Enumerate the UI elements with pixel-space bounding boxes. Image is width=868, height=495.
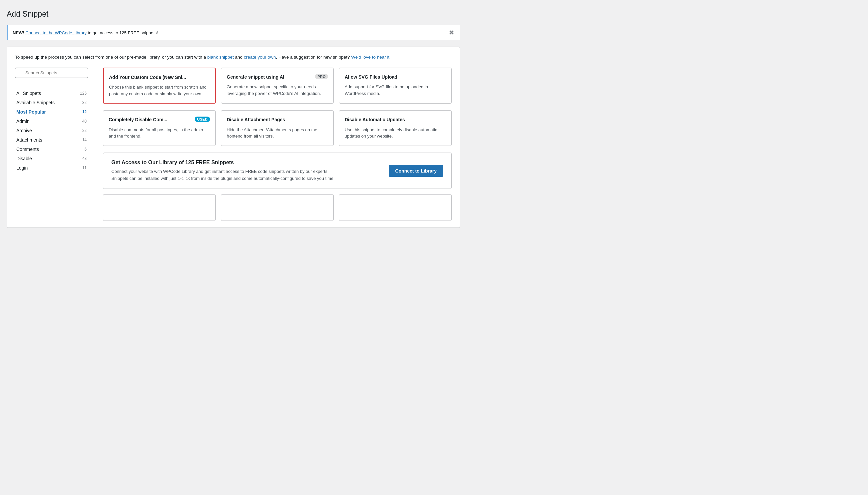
sidebar-item-label: Most Popular xyxy=(16,109,46,115)
notice-bar: NEW! Connect to the WPCode Library to ge… xyxy=(7,25,460,40)
snippet-card-header: Allow SVG Files Upload xyxy=(345,74,446,81)
snippet-card-disable-comments[interactable]: Completely Disable Com... USED Disable c… xyxy=(103,110,216,146)
connect-to-library-button[interactable]: Connect to Library xyxy=(389,165,443,177)
snippet-card-custom-code[interactable]: Add Your Custom Code (New Sni... Choose … xyxy=(103,68,216,104)
snippets-bottom-grid xyxy=(103,194,452,221)
sidebar-item-label: Disable xyxy=(16,156,32,161)
create-own-link[interactable]: create your own xyxy=(244,55,276,59)
sidebar-item-admin[interactable]: Admin 40 xyxy=(15,117,88,126)
notice-close-button[interactable]: ✖ xyxy=(447,29,455,37)
snippet-card-title: Disable Attachment Pages xyxy=(227,117,328,123)
snippet-card-desc: Generate a new snippet specific to your … xyxy=(227,84,328,97)
snippet-card-bottom-2[interactable] xyxy=(221,194,334,221)
snippet-card-desc: Choose this blank snippet to start from … xyxy=(109,84,210,97)
sidebar-item-count: 6 xyxy=(84,147,87,152)
snippet-card-auto-updates[interactable]: Disable Automatic Updates Use this snipp… xyxy=(339,110,452,146)
snippet-card-bottom-3[interactable] xyxy=(339,194,452,221)
snippet-card-title: Generate snippet using AI xyxy=(227,74,312,81)
intro-text-middle: and xyxy=(234,55,244,59)
snippet-card-desc: Hide the Attachment/Attachments pages on… xyxy=(227,126,328,140)
intro-paragraph: To speed up the process you can select f… xyxy=(15,54,452,61)
snippet-card-bottom-1[interactable] xyxy=(103,194,216,221)
snippet-card-header: Disable Automatic Updates xyxy=(345,117,446,123)
notice-text: NEW! Connect to the WPCode Library to ge… xyxy=(13,30,447,35)
intro-text-after: . Have a suggestion for new snippet? xyxy=(276,55,351,59)
intro-text-before: To speed up the process you can select f… xyxy=(15,55,207,59)
sidebar-item-count: 125 xyxy=(80,91,87,96)
snippets-grid-area: Add Your Custom Code (New Sni... Choose … xyxy=(95,68,452,221)
sidebar-item-count: 48 xyxy=(82,156,87,161)
library-cta-desc: Connect your website with WPCode Library… xyxy=(111,168,345,182)
sidebar-navigation: All Snippets 125 Available Snippets 32 M… xyxy=(15,89,88,173)
search-input[interactable] xyxy=(15,68,88,78)
sidebar-item-label: Available Snippets xyxy=(16,100,55,105)
sidebar-item-disable[interactable]: Disable 48 xyxy=(15,154,88,163)
snippet-card-svg[interactable]: Allow SVG Files Upload Add support for S… xyxy=(339,68,452,104)
snippet-card-desc: Add support for SVG files to be uploaded… xyxy=(345,84,446,97)
library-cta-text: Get Access to Our Library of 125 FREE Sn… xyxy=(111,159,345,182)
sidebar-item-label: Attachments xyxy=(16,137,42,142)
sidebar-item-label: Login xyxy=(16,165,28,171)
snippet-card-desc: Disable comments for all post types, in … xyxy=(108,126,210,140)
snippet-card-attachment-pages[interactable]: Disable Attachment Pages Hide the Attach… xyxy=(221,110,334,146)
snippets-top-grid: Add Your Custom Code (New Sni... Choose … xyxy=(103,68,452,104)
snippet-card-header: Disable Attachment Pages xyxy=(227,117,328,123)
sidebar-item-all-snippets[interactable]: All Snippets 125 xyxy=(15,89,88,98)
sidebar-item-count: 11 xyxy=(82,166,87,170)
sidebar-item-count: 12 xyxy=(82,109,87,114)
sidebar-item-comments[interactable]: Comments 6 xyxy=(15,144,88,154)
sidebar: 🔍 All Snippets 125 Available Snippets 32… xyxy=(15,68,95,221)
snippet-card-desc: Use this snippet to completely disable a… xyxy=(345,126,446,140)
snippet-card-header: Generate snippet using AI PRO xyxy=(227,74,328,81)
sidebar-item-label: Comments xyxy=(16,147,39,152)
sidebar-item-count: 40 xyxy=(82,119,87,124)
library-cta-block: Get Access to Our Library of 125 FREE Sn… xyxy=(103,153,452,189)
blank-snippet-link[interactable]: blank snippet xyxy=(207,55,234,59)
sidebar-item-count: 22 xyxy=(82,128,87,133)
sidebar-item-login[interactable]: Login 11 xyxy=(15,163,88,173)
sidebar-item-archive[interactable]: Archive 22 xyxy=(15,126,88,135)
sidebar-item-label: Admin xyxy=(16,119,30,124)
snippet-card-title: Completely Disable Com... xyxy=(108,117,192,123)
snippet-card-header: Completely Disable Com... USED xyxy=(108,117,210,123)
snippet-card-ai[interactable]: Generate snippet using AI PRO Generate a… xyxy=(221,68,334,104)
library-cta-title: Get Access to Our Library of 125 FREE Sn… xyxy=(111,159,345,166)
notice-library-link[interactable]: Connect to the WPCode Library xyxy=(25,30,87,35)
content-area: 🔍 All Snippets 125 Available Snippets 32… xyxy=(15,68,452,221)
page-title: Add Snippet xyxy=(7,7,460,20)
pro-badge: PRO xyxy=(315,74,328,79)
sidebar-item-available[interactable]: Available Snippets 32 xyxy=(15,98,88,107)
sidebar-item-count: 14 xyxy=(82,138,87,142)
snippet-card-title: Add Your Custom Code (New Sni... xyxy=(109,74,210,81)
sidebar-item-label: All Snippets xyxy=(16,91,41,96)
sidebar-item-attachments[interactable]: Attachments 14 xyxy=(15,135,88,144)
main-card: To speed up the process you can select f… xyxy=(7,47,460,228)
notice-prefix: NEW! xyxy=(13,30,24,35)
snippet-card-header: Add Your Custom Code (New Sni... xyxy=(109,74,210,81)
sidebar-item-label: Archive xyxy=(16,128,32,133)
search-wrapper: 🔍 xyxy=(15,68,88,83)
notice-suffix: to get access to 125 FREE snippets! xyxy=(87,30,158,35)
snippet-card-title: Allow SVG Files Upload xyxy=(345,74,446,81)
sidebar-item-count: 32 xyxy=(82,100,87,105)
snippet-card-title: Disable Automatic Updates xyxy=(345,117,446,123)
snippets-middle-grid: Completely Disable Com... USED Disable c… xyxy=(103,110,452,146)
used-badge: USED xyxy=(195,117,210,122)
sidebar-item-most-popular[interactable]: Most Popular 12 xyxy=(15,107,88,117)
hear-it-link[interactable]: We'd love to hear it! xyxy=(351,55,391,59)
